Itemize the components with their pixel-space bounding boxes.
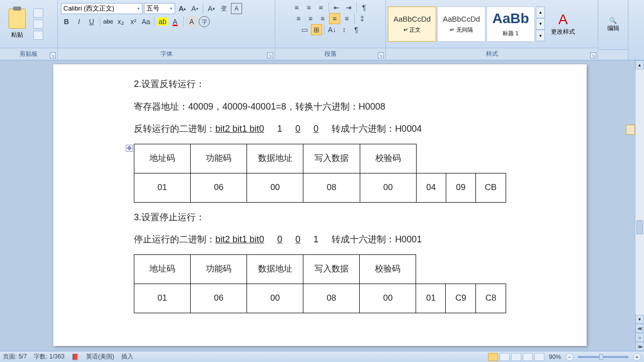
style-heading1[interactable]: AaBb标题 1 xyxy=(487,7,535,42)
font-size-combo[interactable]: 五号▾ xyxy=(144,3,175,14)
para-launcher-icon[interactable]: ↘ xyxy=(378,52,384,58)
change-styles-button[interactable]: A 更改样式 xyxy=(548,12,578,36)
status-lang[interactable]: 英语(美国) xyxy=(86,352,114,361)
style-normal[interactable]: AaBbCcDd↵ 正文 xyxy=(388,7,436,42)
sort-button[interactable]: A↓ xyxy=(327,24,338,35)
side-tab-icon[interactable] xyxy=(626,125,635,135)
find-icon: 🔍 xyxy=(609,17,617,24)
multilevel-button[interactable]: ≡ xyxy=(315,2,327,13)
justify-button[interactable]: ≡ xyxy=(329,13,340,24)
shading-button[interactable]: ▭ xyxy=(299,24,310,35)
status-zoom[interactable]: 90% xyxy=(549,353,561,360)
paste-button[interactable]: 粘贴 xyxy=(3,5,31,43)
paste-icon xyxy=(9,9,26,29)
clipboard-label: 剪贴板↘ xyxy=(0,48,57,60)
edit-group: 🔍 编辑 xyxy=(598,0,628,60)
copy-icon[interactable] xyxy=(33,20,43,29)
zoom-slider[interactable] xyxy=(578,356,628,358)
show-hide-button[interactable]: ¶ xyxy=(351,24,362,35)
edit-label xyxy=(598,49,628,60)
paste-label: 粘贴 xyxy=(11,31,23,39)
table-3: 地址码功能码数据地址写入数据校验码 010600080001C9C8 xyxy=(134,254,506,313)
align-right-button[interactable]: ≡ xyxy=(317,13,328,24)
style-nospacing[interactable]: AaBbCcDd↵ 无间隔 xyxy=(437,7,486,42)
show-marks-button[interactable]: ¶ xyxy=(359,2,370,13)
distribute-button[interactable]: ≡ xyxy=(341,13,352,24)
paragraph-group: ≡ ≡ ≡ ⇤ ⇥ ¶ ≡ ≡ ≡ ≡ ≡ ‡ ▭ ⊞ xyxy=(275,0,386,60)
register-line: 寄存器地址：40009，40009-40001=8，转换十六进制：H0008 xyxy=(134,99,506,115)
align-center-button[interactable]: ≡ xyxy=(305,13,316,24)
status-bar: 页面: 5/7 字数: 1/363 📕 英语(美国) 插入 90% − + xyxy=(0,351,644,362)
change-case-button[interactable]: Aa xyxy=(140,16,151,27)
document-area[interactable]: 2.设置反转运行： 寄存器地址：40009，40009-40001=8，转换十六… xyxy=(0,60,635,351)
status-page[interactable]: 页面: 5/7 xyxy=(3,352,27,361)
table-row: 010600080001C9C8 xyxy=(134,284,506,313)
superscript-button[interactable]: x² xyxy=(128,16,139,27)
outline-view-icon[interactable] xyxy=(523,353,533,361)
inc-indent-button[interactable]: ⇥ xyxy=(343,2,354,13)
style-scroll-up-icon[interactable]: ▴ xyxy=(536,7,545,18)
char-border-button[interactable]: A xyxy=(231,3,242,14)
fullscreen-view-icon[interactable] xyxy=(500,353,510,361)
draft-view-icon[interactable] xyxy=(534,353,544,361)
clear-format-button[interactable]: A♦ xyxy=(206,3,217,14)
char-shading-button[interactable]: A xyxy=(186,16,197,27)
bullets-button[interactable]: ≡ xyxy=(291,2,302,13)
numbering-button[interactable]: ≡ xyxy=(303,2,314,13)
scroll-thumb[interactable] xyxy=(636,220,643,234)
table-move-handle-icon[interactable]: ✥ xyxy=(126,145,133,152)
vertical-scrollbar[interactable]: ▴ ▾ ≪ ○ ≫ xyxy=(635,60,644,351)
line-spacing-button[interactable]: ‡ xyxy=(357,13,368,24)
proofing-icon[interactable]: 📕 xyxy=(71,353,79,360)
status-mode[interactable]: 插入 xyxy=(121,352,133,361)
table-row: 01060008000409CB xyxy=(134,173,506,202)
heading-2: 2.设置反转运行： xyxy=(134,76,506,92)
browse-object-icon[interactable]: ○ xyxy=(635,333,644,342)
align-left-button[interactable]: ≡ xyxy=(293,13,304,24)
borders-button[interactable]: ⊞ xyxy=(311,24,322,35)
font-label: 字体↘ xyxy=(58,48,275,60)
clipboard-launcher-icon[interactable]: ↘ xyxy=(50,52,56,58)
binary-line-2: 反转运行的二进制：bit2 bit1 bit0100转成十六进制：H0004 xyxy=(134,121,506,137)
zoom-out-button[interactable]: − xyxy=(566,353,574,361)
page[interactable]: 2.设置反转运行： 寄存器地址：40009，40009-40001=8，转换十六… xyxy=(53,64,587,346)
cut-icon[interactable] xyxy=(33,9,43,18)
enclose-char-button[interactable]: 字 xyxy=(199,16,210,27)
grow-font-button[interactable]: A▴ xyxy=(177,3,188,14)
heading-3: 3.设置停止运行： xyxy=(134,210,506,225)
scroll-up-icon[interactable]: ▴ xyxy=(635,60,644,69)
print-layout-view-icon[interactable] xyxy=(488,353,498,361)
table-row: 地址码功能码数据地址写入数据校验码 xyxy=(134,144,506,173)
underline-button[interactable]: U xyxy=(86,16,97,27)
subscript-button[interactable]: x₂ xyxy=(115,16,126,27)
change-styles-icon: A xyxy=(558,12,568,28)
ribbon: 粘贴 剪贴板↘ Calibri (西文正文)▾ 五号▾ A▴ A▾ A♦ 变 A xyxy=(0,0,644,60)
format-painter-icon[interactable] xyxy=(33,31,43,40)
web-view-icon[interactable] xyxy=(511,353,521,361)
styles-group: AaBbCcDd↵ 正文 AaBbCcDd↵ 无间隔 AaBb标题 1 ▴ ▾ … xyxy=(386,0,598,60)
para-label: 段落↘ xyxy=(275,48,385,60)
font-color-button[interactable]: A xyxy=(170,16,181,27)
highlight-button[interactable]: ab xyxy=(157,16,168,27)
styles-label: 样式↘ xyxy=(386,48,598,60)
clipboard-group: 粘贴 剪贴板↘ xyxy=(0,0,58,60)
status-words[interactable]: 字数: 1/363 xyxy=(34,352,64,361)
edit-button[interactable]: 🔍 编辑 xyxy=(607,17,619,33)
style-scroll-down-icon[interactable]: ▾ xyxy=(536,18,545,30)
scroll-down-icon[interactable]: ▾ xyxy=(635,315,644,324)
asian-layout-button[interactable]: ↕ xyxy=(339,24,350,35)
shrink-font-button[interactable]: A▾ xyxy=(189,3,200,14)
font-launcher-icon[interactable]: ↘ xyxy=(267,52,273,58)
binary-line-3: 停止运行的二进制：bit2 bit1 bit0001转成十六进制：H0001 xyxy=(134,232,506,247)
next-page-icon[interactable]: ≫ xyxy=(635,342,644,351)
zoom-in-button[interactable]: + xyxy=(633,353,641,361)
phonetic-button[interactable]: 变 xyxy=(218,3,229,14)
italic-button[interactable]: I xyxy=(73,16,85,27)
style-more-icon[interactable]: ▾ xyxy=(536,30,545,41)
strike-button[interactable]: abc xyxy=(103,16,114,27)
styles-launcher-icon[interactable]: ↘ xyxy=(590,52,596,58)
dec-indent-button[interactable]: ⇤ xyxy=(331,2,342,13)
font-name-combo[interactable]: Calibri (西文正文)▾ xyxy=(61,3,142,14)
prev-page-icon[interactable]: ≪ xyxy=(635,324,644,333)
bold-button[interactable]: B xyxy=(61,16,72,27)
